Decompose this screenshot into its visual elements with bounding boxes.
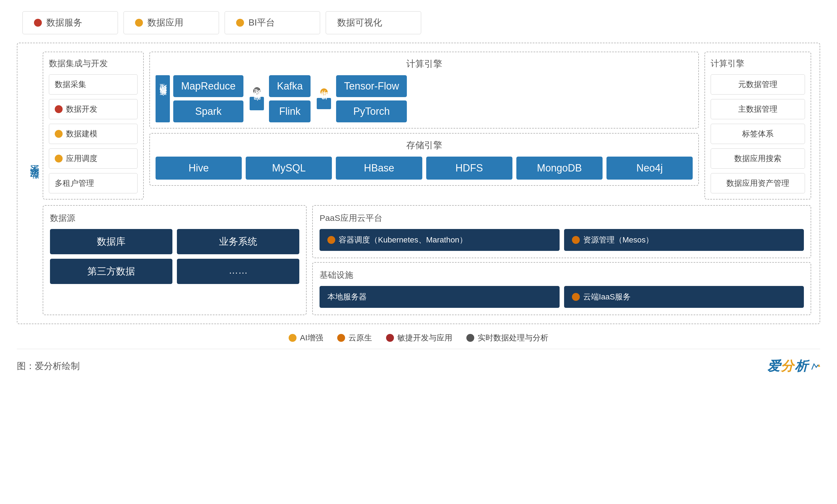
compute-section: 计算引擎 离线数据处理 MapReduce Spark — [149, 52, 699, 129]
biz-box: 业务系统 — [177, 229, 299, 254]
datasource-grid: 数据库 业务系统 第三方数据 …… — [50, 229, 299, 284]
legend-dot-3 — [466, 334, 474, 342]
neo4j-box: Neo4j — [606, 156, 693, 180]
flink-box: Flink — [269, 100, 310, 123]
kafka-box: Kafka — [269, 75, 310, 97]
top-bar-item-3: 数据可视化 — [326, 11, 421, 34]
footer: 图：爱分析绘制 爱 分 析 — [17, 349, 820, 375]
datasource-panel: 数据源 数据库 业务系统 第三方数据 …… — [43, 205, 307, 315]
infra-row: 本地服务器 云端IaaS服务 — [320, 286, 804, 308]
right-items: 元数据管理 主数据管理 标签体系 数据应用搜索 数据应用资产管理 — [711, 74, 805, 193]
dot-icon-2 — [236, 19, 244, 27]
left-item-label-4: 多租户管理 — [55, 178, 94, 189]
infra-dot-1 — [572, 293, 580, 301]
left-item-3: 应用调度 — [49, 148, 138, 169]
top-bar-item-0: 数据服务 — [22, 11, 118, 34]
left-panel-items: 数据采集 数据开发 数据建模 应用调度 多租户管理 — [49, 74, 138, 193]
mapreduce-box: MapReduce — [173, 75, 244, 97]
infra-item-0: 本地服务器 — [320, 286, 559, 308]
storage-title: 存储引擎 — [156, 139, 693, 151]
paas-label-1: 资源管理（Mesos） — [583, 235, 653, 245]
legend-item-1: 云原生 — [337, 333, 372, 343]
main-content: 数据安全 数据集成与开发 数据采集 数据开发 数据建模 — [17, 43, 820, 324]
paas-title: PaaS应用云平台 — [320, 212, 804, 224]
legend-item-3: 实时数据处理与分析 — [466, 333, 548, 343]
top-bar-label-2: BI平台 — [249, 17, 275, 29]
storage-row: Hive MySQL HBase HDFS MongoDB Neo4j — [156, 156, 693, 180]
paas-dot-1 — [572, 236, 580, 244]
top-bar-item-1: 数据应用 — [124, 11, 219, 34]
paas-dot-0 — [327, 236, 335, 244]
spark-box: Spark — [173, 100, 244, 123]
center-panel: 计算引擎 离线数据处理 MapReduce Spark — [149, 52, 699, 200]
paas-item-0: 容器调度（Kubernetes、Marathon） — [320, 229, 559, 251]
pytorch-box: PyTorch — [336, 100, 407, 123]
paas-label-0: 容器调度（Kubernetes、Marathon） — [339, 235, 467, 245]
left-item-label-3: 应用调度 — [66, 153, 97, 164]
compute-row: 离线数据处理 MapReduce Spark 实时数据处理 — [156, 75, 693, 123]
db-box: 数据库 — [50, 229, 173, 254]
left-item-0: 数据采集 — [49, 74, 138, 95]
paas-panel: PaaS应用云平台 容器调度（Kubernetes、Marathon） 资源管理… — [312, 205, 811, 258]
bottom-section: 数据源 数据库 业务系统 第三方数据 …… PaaS应用云平台 容器调度（K — [43, 205, 811, 315]
left-item-4: 多租户管理 — [49, 173, 138, 193]
thirdparty-box: 第三方数据 — [50, 259, 173, 284]
compute-title: 计算引擎 — [156, 58, 693, 70]
legend-dot-1 — [337, 334, 345, 342]
right-item-4: 数据应用资产管理 — [711, 173, 805, 193]
realtime-dot-icon — [253, 87, 261, 95]
right-panel: 计算引擎 元数据管理 主数据管理 标签体系 数据应用搜索 数据应用资产管理 — [705, 52, 811, 200]
paas-row: 容器调度（Kubernetes、Marathon） 资源管理（Mesos） — [320, 229, 804, 251]
ml-group: 机器学习 Tensor-Flow PyTorch — [315, 75, 407, 123]
offline-group: 离线数据处理 MapReduce Spark — [156, 75, 244, 123]
left-item-label-0: 数据采集 — [55, 79, 86, 90]
ml-label: 机器学习 — [317, 98, 331, 109]
infra-label-0: 本地服务器 — [327, 292, 367, 302]
legend-label-3: 实时数据处理与分析 — [478, 333, 548, 343]
legend: AI增强 云原生 敏捷开发与应用 实时数据处理与分析 — [17, 333, 820, 343]
mongodb-box: MongoDB — [516, 156, 603, 180]
left-dot-3 — [55, 155, 63, 163]
infra-label-1: 云端IaaS服务 — [583, 292, 631, 302]
left-panel: 数据集成与开发 数据采集 数据开发 数据建模 应用调度 — [43, 52, 144, 200]
ellipsis-box: …… — [177, 259, 299, 284]
mysql-box: MySQL — [246, 156, 332, 180]
dot-icon-1 — [135, 19, 143, 27]
top-bar-label-1: 数据应用 — [147, 17, 183, 29]
infra-title: 基础设施 — [320, 269, 804, 281]
left-item-label-2: 数据建模 — [66, 129, 97, 139]
legend-item-0: AI增强 — [289, 333, 323, 343]
tensorflow-box: Tensor-Flow — [336, 75, 407, 97]
footer-text: 图：爱分析绘制 — [17, 360, 80, 372]
legend-item-2: 敏捷开发与应用 — [386, 333, 452, 343]
legend-label-0: AI增强 — [300, 333, 323, 343]
top-bar-item-2: BI平台 — [225, 11, 320, 34]
infra-item-1: 云端IaaS服务 — [564, 286, 804, 308]
dot-icon-0 — [34, 19, 42, 27]
right-panel-title: 计算引擎 — [711, 58, 805, 69]
realtime-group: 实时数据处理 Kafka Flink — [248, 75, 310, 123]
legend-dot-2 — [386, 334, 394, 342]
realtime-boxes: Kafka Flink — [269, 75, 310, 123]
left-dot-2 — [55, 130, 63, 138]
paas-item-1: 资源管理（Mesos） — [564, 229, 804, 251]
hdfs-box: HDFS — [426, 156, 512, 180]
top-bar-label-3: 数据可视化 — [337, 17, 382, 29]
top-bar-label-0: 数据服务 — [46, 17, 82, 29]
datasource-title: 数据源 — [50, 212, 299, 224]
storage-section: 存储引擎 Hive MySQL HBase HDFS MongoDB Neo4j — [149, 133, 699, 186]
logo: 爱 分 析 — [767, 357, 820, 375]
left-dot-1 — [55, 105, 63, 113]
offline-label: 离线数据处理 — [156, 75, 170, 123]
hbase-box: HBase — [336, 156, 422, 180]
right-item-3: 数据应用搜索 — [711, 148, 805, 169]
vertical-label: 数据安全 — [26, 52, 43, 315]
left-item-2: 数据建模 — [49, 124, 138, 144]
right-item-0: 元数据管理 — [711, 74, 805, 95]
realtime-label: 实时数据处理 — [250, 97, 264, 110]
paas-infra-wrap: PaaS应用云平台 容器调度（Kubernetes、Marathon） 资源管理… — [312, 205, 811, 315]
right-item-1: 主数据管理 — [711, 99, 805, 119]
ml-dot-icon — [320, 88, 328, 96]
top-section: 数据集成与开发 数据采集 数据开发 数据建模 应用调度 — [43, 52, 811, 200]
infra-panel: 基础设施 本地服务器 云端IaaS服务 — [312, 262, 811, 315]
